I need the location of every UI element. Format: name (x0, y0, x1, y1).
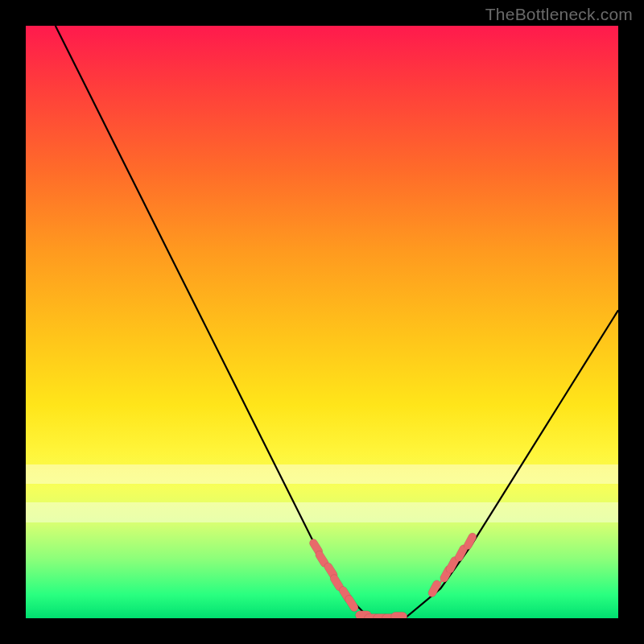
bead (337, 585, 353, 605)
bead (365, 614, 381, 619)
bead (344, 594, 360, 613)
beads-left (308, 538, 360, 613)
bead (356, 611, 372, 618)
tick (456, 555, 460, 564)
bead (439, 564, 454, 584)
tick (444, 572, 449, 581)
bead (462, 531, 477, 551)
bead (444, 555, 460, 575)
plot-area (26, 26, 618, 618)
bead (453, 543, 469, 563)
bead (382, 614, 398, 619)
glow-band (26, 502, 618, 522)
bead (328, 573, 345, 592)
watermark: TheBottleneck.com (485, 5, 633, 24)
beads-bottom (356, 611, 407, 618)
bead (314, 549, 330, 568)
bead (374, 614, 390, 619)
frame: TheBottleneck.com (0, 0, 644, 644)
bottleneck-curve (56, 26, 618, 618)
tick (450, 564, 455, 572)
bead (323, 561, 339, 580)
bead (391, 612, 407, 618)
ticks-right (438, 546, 466, 587)
tick (462, 546, 467, 555)
glow-band (26, 464, 618, 484)
bead (427, 579, 442, 598)
chart-svg (26, 26, 618, 618)
tick (438, 579, 443, 588)
beads-right (427, 531, 477, 598)
bead (308, 538, 324, 557)
